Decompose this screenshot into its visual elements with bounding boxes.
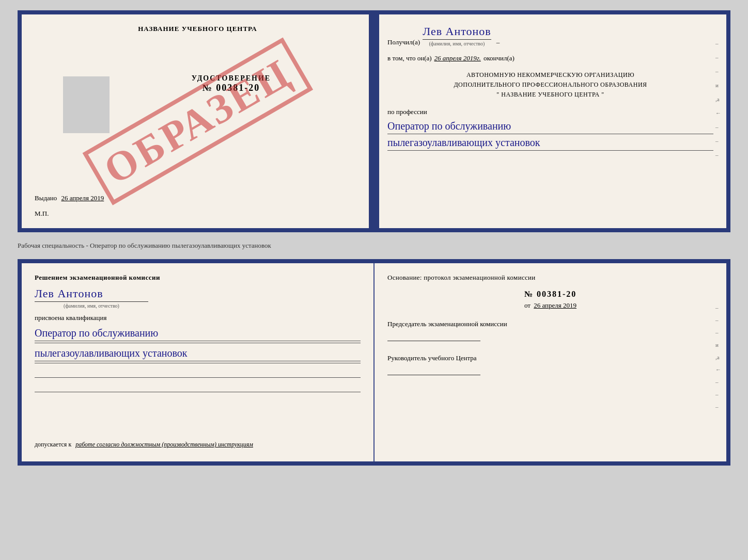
book-spine xyxy=(369,14,379,228)
completed-label: окончил(а) xyxy=(484,54,515,62)
org-line3: " НАЗВАНИЕ УЧЕБНОГО ЦЕНТРА " xyxy=(387,90,713,100)
person-name: Лев Антонов xyxy=(35,287,103,300)
received-label: Получил(а) xyxy=(387,38,420,46)
training-center-title: НАЗВАНИЕ УЧЕБНОГО ЦЕНТРА xyxy=(35,25,361,33)
issued-date: 26 апреля 2019 xyxy=(61,194,104,202)
bottom-left-page: Решением экзаменационной комиссии Лев Ан… xyxy=(22,263,375,461)
obrazec-stamp: ОБРАЗЕЦ xyxy=(82,37,313,205)
top-left-page: НАЗВАНИЕ УЧЕБНОГО ЦЕНТРА УДОСТОВЕРЕНИЕ №… xyxy=(22,14,375,228)
qual-line1: Оператор по обслуживанию xyxy=(35,327,361,341)
chairman-signature-line xyxy=(387,331,480,341)
date-prefix-bottom: от xyxy=(524,301,531,309)
certificate-number: № 00381-20 xyxy=(102,83,361,93)
photo-placeholder xyxy=(63,76,110,133)
side-marks-bottom: – – – и ,а ← – – – xyxy=(715,305,721,410)
date-prefix: в том, что он(а) xyxy=(387,54,432,62)
director-signature-line xyxy=(387,365,480,375)
bottom-fio-label: (фамилия, имя, отчество) xyxy=(35,301,148,309)
side-marks-top: – – – и ,а ← – – – xyxy=(715,40,721,158)
allowed-prefix: допускается к xyxy=(35,441,71,448)
profession-line2: пылегазоулавливающих установок xyxy=(387,137,713,151)
chairman-label: Председатель экзаменационной комиссии xyxy=(387,320,713,328)
director-label: Руководитель учебного Центра xyxy=(387,354,713,362)
org-line1: АВТОНОМНУЮ НЕКОММЕРЧЕСКУЮ ОРГАНИЗАЦИЮ xyxy=(387,70,713,80)
issued-label: Выдано xyxy=(35,194,57,202)
bottom-certificate-book: Решением экзаменационной комиссии Лев Ан… xyxy=(18,259,730,466)
allowed-text: работе согласно должностным (производств… xyxy=(75,441,253,448)
qual-line2: пылегазоулавливающих установок xyxy=(35,347,361,361)
decision-text: Решением экзаменационной комиссии xyxy=(35,274,361,282)
org-line2: ДОПОЛНИТЕЛЬНОГО ПРОФЕССИОНАЛЬНОГО ОБРАЗО… xyxy=(387,80,713,90)
assigned-label: присвоена квалификация xyxy=(35,314,106,322)
bottom-protocol-number: № 00381-20 xyxy=(387,290,713,299)
middle-specialty-text: Рабочая специальность - Оператор по обсл… xyxy=(18,237,730,254)
completion-date: 26 апреля 2019г. xyxy=(434,54,481,62)
protocol-date: 26 апреля 2019 xyxy=(534,301,576,309)
certificate-label: УДОСТОВЕРЕНИЕ xyxy=(102,74,361,83)
mp-stamp: М.П. xyxy=(35,210,49,218)
recipient-name: Лев Антонов xyxy=(423,25,491,38)
fio-label: (фамилия, имя, отчество) xyxy=(423,39,491,46)
bottom-right-page: Основание: протокол экзаменационной коми… xyxy=(375,263,726,461)
profession-line1: Оператор по обслуживанию xyxy=(387,120,713,134)
top-right-page: Получил(а) Лев Антонов (фамилия, имя, от… xyxy=(375,14,726,228)
profession-label: по профессии xyxy=(387,108,427,116)
top-certificate-book: НАЗВАНИЕ УЧЕБНОГО ЦЕНТРА УДОСТОВЕРЕНИЕ №… xyxy=(18,10,730,232)
basis-label: Основание: протокол экзаменационной коми… xyxy=(387,274,713,282)
